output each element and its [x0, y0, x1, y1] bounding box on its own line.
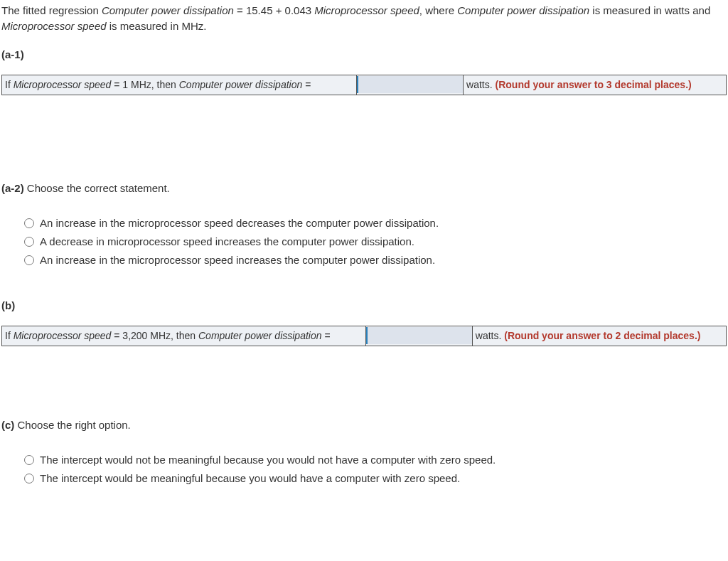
c-radio-2[interactable] [24, 474, 34, 483]
a2-choice-1-label: An increase in the microprocessor speed … [40, 215, 439, 231]
b-rounding: (Round your answer to 2 decimal places.) [504, 330, 700, 341]
part-c-label: (c) [1, 419, 14, 431]
b-prompt: If Microprocessor speed = 3,200 MHz, the… [2, 326, 366, 346]
b-answer-input[interactable] [366, 327, 472, 344]
c-choice-2-label: The intercept would be meaningful becaus… [40, 471, 460, 486]
b-suffix: watts. (Round your answer to 2 decimal p… [472, 326, 726, 346]
a1-table: If Microprocessor speed = 1 MHz, then Co… [1, 75, 727, 95]
a2-radio-3[interactable] [24, 255, 34, 265]
c-choices: The intercept would not be meaningful be… [24, 451, 727, 488]
a2-choice-2: A decrease in microprocessor speed incre… [24, 233, 727, 251]
part-c-label-line: (c) Choose the right option. [1, 417, 727, 433]
c-instr: Choose the right option. [18, 419, 131, 431]
intro-text: The fitted regression Computer power dis… [1, 3, 727, 34]
intro-var4: Microprocessor speed [1, 20, 107, 32]
a2-radio-1[interactable] [24, 218, 34, 228]
a2-choices: An increase in the microprocessor speed … [24, 214, 727, 269]
a1-answer-input[interactable] [357, 76, 463, 93]
a2-choice-1: An increase in the microprocessor speed … [24, 214, 727, 233]
c-choice-1-label: The intercept would not be meaningful be… [40, 452, 496, 468]
c-choice-2: The intercept would be meaningful becaus… [24, 469, 727, 488]
a1-rounding: (Round your answer to 3 decimal places.) [496, 79, 692, 90]
a1-suffix: watts. (Round your answer to 3 decimal p… [464, 75, 727, 95]
intro-var2: Microprocessor speed [314, 4, 419, 16]
b-table: If Microprocessor speed = 3,200 MHz, the… [1, 326, 727, 346]
intro-var3: Computer power dissipation [457, 4, 589, 16]
c-choice-1: The intercept would not be meaningful be… [24, 451, 727, 469]
c-radio-1[interactable] [24, 455, 34, 465]
part-b-label: (b) [1, 298, 727, 314]
part-a2-label-line: (a-2) Choose the correct statement. [1, 181, 727, 196]
a2-choice-3: An increase in the microprocessor speed … [24, 251, 727, 269]
a2-choice-2-label: A decrease in microprocessor speed incre… [40, 234, 414, 250]
a2-radio-2[interactable] [24, 237, 34, 247]
a1-prompt: If Microprocessor speed = 1 MHz, then Co… [2, 75, 357, 95]
a2-choice-3-label: An increase in the microprocessor speed … [40, 252, 435, 268]
intro-var1: Computer power dissipation [102, 4, 234, 16]
part-a1-label: (a-1) [1, 47, 727, 63]
a2-instr: Choose the correct statement. [27, 182, 170, 194]
part-a2-label: (a-2) [1, 182, 24, 194]
